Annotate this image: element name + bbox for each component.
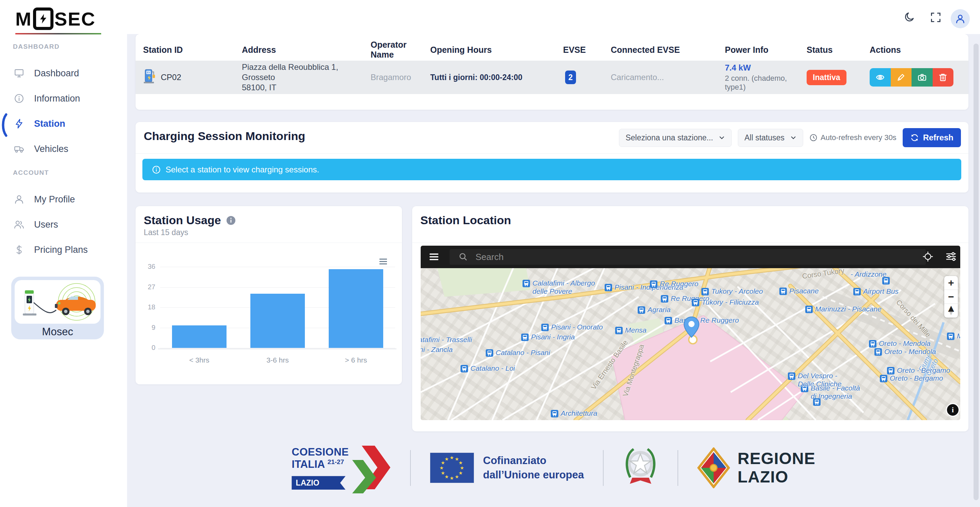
map-bus-stop: Architettura [551, 410, 597, 418]
map-bus-stop: - Ardizzone [851, 271, 886, 278]
layers-filter-icon[interactable] [945, 251, 958, 263]
monitor-icon [14, 68, 24, 79]
refresh-button[interactable]: Refresh [903, 128, 961, 147]
col-station-id: Station ID [143, 45, 242, 55]
chart-menu-icon[interactable] [379, 258, 388, 267]
bus-icon [692, 299, 699, 306]
sidebar-item-label: Station [34, 119, 65, 129]
stations-table-header: Station ID Address Operator Name Opening… [135, 34, 969, 61]
locate-icon[interactable] [922, 251, 934, 263]
bus-icon [805, 306, 813, 313]
compass-button[interactable]: ▲▼ [944, 304, 958, 317]
map-bus-stop [882, 277, 892, 284]
map-bus-stop: Marinuzzi [947, 333, 960, 340]
col-operator-name: Operator Name [371, 40, 430, 60]
dark-mode-toggle[interactable] [904, 11, 916, 24]
x-axis-label: < 3hrs [169, 356, 230, 364]
eu-star-icon: ★ [450, 476, 454, 480]
edit-button[interactable] [891, 68, 912, 86]
sidebar-item-dashboard[interactable]: Dashboard [0, 62, 127, 84]
map-bus-stop: Oreto - Mendola [869, 340, 931, 348]
bus-icon [788, 372, 795, 380]
map-menu-icon[interactable] [428, 251, 441, 263]
info-icon [152, 165, 161, 174]
lazio-crest-icon [697, 447, 730, 488]
col-opening-hours: Opening Hours [430, 45, 563, 55]
usage-subtitle: Last 15 days [144, 228, 188, 237]
map-search-box[interactable] [450, 249, 926, 265]
bus-icon [665, 317, 672, 324]
sidebar-item-pricing-plans[interactable]: Pricing Plans [0, 239, 127, 261]
col-actions: Actions [870, 45, 969, 55]
mosec-dashboard: M SEC DASHBOARD Dashboard Information [0, 0, 980, 507]
map-bus-stop: Tukory - Arcoleo [702, 288, 763, 295]
bar-< 3hrs[interactable] [172, 325, 226, 348]
sidebar-item-users[interactable]: Users [0, 213, 127, 236]
logo-letters-sec: SEC [54, 8, 96, 30]
map-bus-stop: Oreto - Mendola [874, 348, 936, 356]
user-icon [14, 194, 24, 205]
regione-lazio-logo: REGIONE LAZIO [697, 447, 815, 488]
eu-star-icon: ★ [455, 474, 459, 479]
divider [412, 242, 969, 243]
col-power-info: Power Info [725, 45, 807, 55]
map-bus-stop: Pisani - Ingria [521, 333, 575, 341]
eu-star-icon: ★ [458, 460, 463, 465]
station-id: CP02 [161, 73, 181, 82]
eu-star-icon: ★ [460, 466, 464, 470]
map-zoom-control: + − ▲▼ [944, 276, 958, 317]
map-search-input[interactable] [475, 252, 817, 263]
y-axis-tick: 9 [138, 324, 155, 332]
station-address: Piazza della Reoubblica 1, Grosseto 5810… [242, 62, 371, 92]
bar-> 6 hrs[interactable] [329, 269, 383, 348]
map-bus-stop [813, 398, 823, 406]
sidebar-item-station[interactable]: Station [0, 112, 127, 135]
map-bus-stop: Agraria [638, 306, 671, 314]
bus-icon [874, 348, 882, 356]
map-bus-stop: Calatafimi - Albergo delle Povere [523, 280, 595, 295]
status-select[interactable]: All statuses [738, 129, 803, 147]
bar-3-6 hrs[interactable] [250, 294, 305, 348]
y-axis-tick: 18 [138, 303, 155, 311]
map-bus-stop: Oreto - Bergamo [887, 367, 950, 375]
operator-name: Bragamoro [371, 73, 430, 82]
info-icon[interactable] [226, 215, 236, 226]
attribution-icon[interactable]: i [946, 403, 959, 417]
italian-republic-emblem [623, 445, 659, 491]
mosec-logo[interactable]: M SEC [15, 8, 96, 30]
station-marker-pin[interactable] [683, 316, 700, 340]
logo-bolt-icon [33, 8, 54, 30]
sidebar-item-vehicles[interactable]: Vehicles [0, 138, 127, 160]
sidebar-item-label: My Profile [34, 194, 75, 205]
sidebar-item-my-profile[interactable]: My Profile [0, 188, 127, 210]
zoom-out-button[interactable]: − [944, 290, 958, 304]
map-bus-stop: Re Ruggero [650, 281, 698, 288]
select-station-banner: Select a station to view charging sessio… [142, 159, 961, 180]
chevron-down-icon [790, 134, 797, 141]
station-select[interactable]: Seleziona una stazione... [619, 129, 732, 147]
bolt-icon [14, 118, 24, 129]
gridline [160, 267, 395, 267]
divider [135, 242, 402, 243]
location-title: Station Location [420, 214, 511, 227]
map[interactable]: Corso TukoryCorso dei MilleVia Ernesto B… [421, 246, 960, 420]
active-indicator [1, 113, 8, 139]
user-avatar[interactable] [951, 9, 970, 28]
bus-icon [638, 306, 645, 314]
sidebar-item-information[interactable]: Information [0, 87, 127, 110]
page-scrollbar[interactable] [974, 44, 978, 500]
fullscreen-icon[interactable] [929, 11, 942, 24]
camera-button[interactable] [912, 68, 933, 86]
bus-icon [887, 367, 894, 375]
bus-icon [461, 365, 468, 372]
footer-logos: COESIONE ITALIA 21-27 LAZIO ★★★★★★★★★★★★… [127, 442, 980, 493]
sidebar-item-label: Pricing Plans [34, 245, 88, 255]
zoom-in-button[interactable]: + [944, 276, 958, 290]
y-axis-tick: 27 [138, 283, 155, 291]
monitoring-controls: Seleziona una stazione... All statuses A… [619, 128, 961, 147]
bus-icon [615, 327, 623, 334]
delete-button[interactable] [933, 68, 954, 86]
map-bus-stop: Tukory - Filiciuzza [692, 299, 759, 306]
station-row[interactable]: EV CP02 Piazza della Reoubblica 1, Gross… [135, 61, 969, 94]
view-button[interactable] [870, 68, 891, 86]
